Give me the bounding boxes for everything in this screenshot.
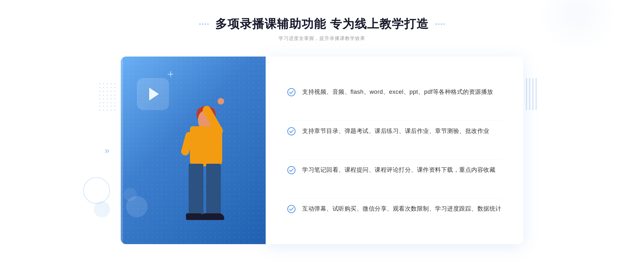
chevron-icon: » — [105, 146, 109, 155]
feature-text-4: 互动弹幕、试听购买、微信分享、观看次数限制、学习进度跟踪、数据统计 — [302, 204, 502, 214]
feature-text-1: 支持视频、音频、flash、word、excel、ppt、pdf等各种格式的资源… — [302, 87, 493, 97]
feature-item-2: 支持章节目录、弹题考试、课后练习、课后作业、章节测验、批改作业 — [287, 120, 502, 141]
check-icon-4 — [287, 205, 296, 213]
feature-text-3: 学习笔记回看、课程提问、课程评论打分、课件资料下载，重点内容收藏 — [302, 165, 495, 175]
check-icon-2 — [287, 127, 296, 136]
page-header: 多项录播课辅助功能 专为线上教学打造 学习进度全掌握，提升录播课教学效果 — [199, 16, 445, 42]
striped-decoration — [526, 78, 539, 110]
check-icon-1 — [287, 88, 296, 96]
svg-point-0 — [288, 88, 295, 96]
feature-text-2: 支持章节目录、弹题考试、课后练习、课后作业、章节测验、批改作业 — [302, 126, 489, 136]
left-chevrons: » — [105, 146, 109, 155]
features-panel: 支持视频、音频、flash、word、excel、ppt、pdf等各种格式的资源… — [266, 57, 523, 244]
figure-torso — [190, 126, 222, 166]
svg-point-3 — [288, 205, 295, 213]
figure-hand-right — [218, 98, 224, 105]
check-icon-3 — [287, 166, 296, 174]
outer-circle-decoration-2 — [94, 201, 110, 217]
bg-decoration — [537, 0, 617, 54]
page-title: 多项录播课辅助功能 专为线上教学打造 — [215, 16, 429, 32]
deco-circle-2 — [123, 188, 137, 201]
illustration-panel — [121, 57, 266, 244]
play-icon — [149, 88, 159, 100]
outer-dots-decoration — [99, 83, 116, 112]
main-content: » — [121, 57, 523, 244]
outer-circle-decoration-1 — [83, 177, 110, 204]
feature-item-3: 学习笔记回看、课程提问、课程评论打分、课件资料下载，重点内容收藏 — [287, 159, 502, 180]
feature-item-1: 支持视频、音频、flash、word、excel、ppt、pdf等各种格式的资源… — [287, 81, 502, 102]
title-dots-right — [435, 23, 445, 25]
title-dots-left — [199, 23, 209, 25]
page-subtitle: 学习进度全掌握，提升录播课教学效果 — [279, 35, 365, 42]
svg-point-2 — [288, 166, 295, 174]
figure-shoe-right — [203, 213, 224, 220]
figure-pants-left — [189, 164, 203, 217]
figure-pants-right — [206, 164, 221, 217]
feature-item-4: 互动弹幕、试听购买、微信分享、观看次数限制、学习进度跟踪、数据统计 — [287, 198, 502, 219]
figure-illustration — [163, 94, 238, 244]
title-row: 多项录播课辅助功能 专为线上教学打造 — [199, 16, 445, 32]
svg-point-1 — [288, 128, 295, 135]
blue-stripe-decoration — [121, 57, 123, 244]
figure-shoe-left — [186, 213, 205, 220]
